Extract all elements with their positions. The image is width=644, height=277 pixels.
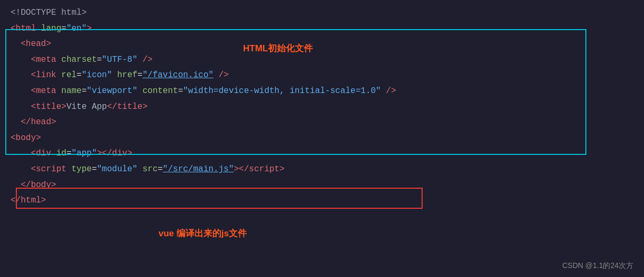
code-token: meta — [36, 53, 56, 67]
code-token: charset — [61, 53, 97, 67]
code-token: Vite App — [67, 100, 107, 114]
code-token: < — [31, 53, 36, 67]
code-line: <html lang="en"> — [0, 21, 644, 37]
code-token: href — [117, 69, 137, 82]
code-line: <meta charset="UTF-8" /> — [0, 52, 644, 68]
code-token: "UTF-8" — [102, 53, 137, 67]
code-token: <!DOCTYPE html> — [11, 6, 87, 20]
code-token: < — [11, 22, 16, 36]
code-token: name — [61, 85, 81, 98]
code-line: </head> — [0, 115, 644, 131]
code-token: = — [137, 69, 143, 82]
code-token: > — [36, 132, 41, 145]
code-token: head — [26, 38, 46, 51]
code-token: </ — [21, 116, 31, 130]
code-token: src — [143, 163, 158, 177]
code-token: = — [61, 22, 67, 36]
code-token — [51, 147, 57, 161]
code-token: > — [51, 179, 57, 192]
code-token: < — [11, 132, 16, 145]
code-token: html — [16, 22, 36, 36]
code-token: content — [143, 85, 178, 98]
code-token — [137, 163, 143, 177]
code-token — [137, 85, 143, 98]
code-token: body — [16, 132, 36, 145]
code-token — [56, 69, 61, 82]
code-token — [56, 85, 61, 98]
code-token: /> — [213, 69, 229, 82]
code-container: <!DOCTYPE html><html lang="en"> <head> <… — [0, 0, 644, 277]
code-line: <meta name="viewport" content="width=dev… — [0, 84, 644, 99]
code-line: </body> — [0, 178, 644, 193]
code-token: head — [31, 116, 51, 130]
code-token: = — [178, 85, 183, 98]
code-token: > — [61, 100, 67, 114]
code-token: < — [31, 163, 36, 177]
code-token: link — [36, 69, 56, 82]
code-token: "/src/main.js" — [163, 163, 234, 177]
code-token: title — [117, 100, 143, 114]
code-token: </ — [21, 179, 31, 192]
code-line: <div id="app"></div> — [0, 146, 644, 162]
watermark: CSDN @1.1的24次方 — [562, 261, 633, 271]
annotation-vue: vue 编译出来的js文件 — [158, 227, 247, 239]
code-token: /> — [381, 85, 396, 98]
code-token: ></ — [234, 163, 249, 177]
code-token: "width=device-width, initial-scale=1.0" — [183, 85, 381, 98]
code-token: > — [127, 147, 133, 161]
code-token: id — [56, 147, 66, 161]
code-token: script — [249, 163, 279, 177]
code-token: meta — [36, 85, 56, 98]
code-token: < — [31, 69, 36, 82]
code-token: "app" — [71, 147, 97, 161]
code-token: = — [157, 163, 163, 177]
code-token: > — [51, 116, 57, 130]
code-token: < — [21, 38, 26, 51]
code-line: </html> — [0, 193, 644, 209]
code-token: </ — [11, 194, 21, 208]
code-token: lang — [41, 22, 61, 36]
code-token: "/favicon.ico" — [143, 69, 213, 82]
code-token — [67, 163, 72, 177]
code-line: <body> — [0, 131, 644, 146]
code-token — [36, 22, 41, 36]
code-token: type — [71, 163, 91, 177]
code-token: > — [279, 163, 285, 177]
code-token: html — [21, 194, 41, 208]
code-token: > — [46, 38, 51, 51]
code-token: "en" — [67, 22, 87, 36]
code-token: > — [143, 100, 148, 114]
code-token: div — [36, 147, 51, 161]
code-token: > — [87, 22, 92, 36]
code-line: <script type="module" src="/src/main.js"… — [0, 162, 644, 178]
code-token: < — [31, 100, 36, 114]
code-line: <link rel="icon" href="/favicon.ico" /> — [0, 68, 644, 84]
code-token: = — [97, 53, 102, 67]
code-token: > — [41, 194, 46, 208]
code-token: </ — [107, 100, 117, 114]
code-token: rel — [61, 69, 77, 82]
code-token — [56, 53, 61, 67]
code-token: < — [31, 147, 36, 161]
code-token: script — [36, 163, 67, 177]
code-line: <head> — [0, 36, 644, 52]
code-line: <title>Vite App</title> — [0, 99, 644, 115]
code-token: = — [81, 85, 87, 98]
code-token: ></ — [97, 147, 112, 161]
code-token: "icon" — [81, 69, 112, 82]
code-token: title — [36, 100, 61, 114]
code-token: body — [31, 179, 51, 192]
code-line: <!DOCTYPE html> — [0, 5, 644, 21]
code-token: "module" — [97, 163, 137, 177]
code-token: = — [92, 163, 97, 177]
code-token: /> — [137, 53, 153, 67]
code-token — [112, 69, 117, 82]
code-lines: <!DOCTYPE html><html lang="en"> <head> <… — [0, 5, 644, 209]
code-token: div — [112, 147, 127, 161]
code-token: < — [31, 85, 36, 98]
code-token: = — [67, 147, 72, 161]
annotation-html: HTML初始化文件 — [243, 42, 313, 54]
code-token: "viewport" — [87, 85, 137, 98]
code-token: = — [77, 69, 82, 82]
